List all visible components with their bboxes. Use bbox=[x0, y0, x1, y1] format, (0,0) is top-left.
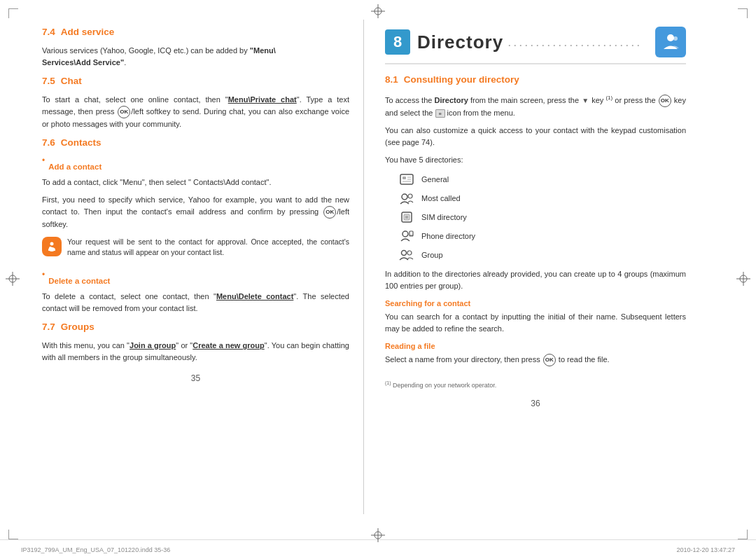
page-number-35: 35 bbox=[42, 373, 349, 383]
left-page: 7.4 Add service Various services (Yahoo,… bbox=[21, 20, 364, 514]
footnote: (1) Depending on your network operator. bbox=[385, 380, 686, 389]
bullet-add-contact-label: Add a contact bbox=[48, 163, 102, 171]
crosshair-right bbox=[736, 272, 750, 287]
section-81-body4: In addition to the directories already p… bbox=[385, 268, 686, 292]
section-81-body2: You can also customize a quick access to… bbox=[385, 125, 686, 149]
directory-list: General Most called bbox=[385, 172, 686, 263]
dir-item-group: Group bbox=[399, 247, 686, 263]
svg-rect-18 bbox=[402, 177, 406, 179]
section-75-title: Chat bbox=[61, 76, 82, 86]
dir-icon-phone bbox=[399, 228, 414, 244]
section-76: 7.6 Contacts • Add a contact To add a co… bbox=[42, 137, 349, 315]
right-page: 8 Directory ........................ bbox=[364, 20, 707, 514]
page-container: 7.4 Add service Various services (Yahoo,… bbox=[0, 0, 756, 559]
corner-mark-tl bbox=[8, 8, 18, 18]
section-75-body: To start a chat, select one online conta… bbox=[42, 94, 349, 130]
section-74-number: 7.4 bbox=[42, 27, 55, 37]
add-contact-body2: First, you need to specify which service… bbox=[42, 194, 349, 230]
section-77-number: 7.7 bbox=[42, 322, 55, 332]
dir-item-most-called: Most called bbox=[399, 191, 686, 206]
main-content: 7.4 Add service Various services (Yahoo,… bbox=[0, 0, 756, 539]
search-heading: Searching for a contact bbox=[385, 299, 470, 308]
chapter-8-header: 8 Directory ........................ bbox=[385, 27, 686, 64]
search-body: You can search for a contact by inputtin… bbox=[385, 311, 686, 335]
svg-point-27 bbox=[402, 231, 408, 237]
reading-heading: Reading a file bbox=[385, 342, 435, 350]
svg-rect-26 bbox=[405, 216, 408, 219]
section-76-number: 7.6 bbox=[42, 137, 55, 148]
footnote-num: (1) bbox=[385, 380, 391, 385]
dir-label-most-called: Most called bbox=[421, 194, 461, 202]
section-75: 7.5 Chat To start a chat, select one onl… bbox=[42, 76, 349, 130]
note-icon bbox=[42, 237, 62, 256]
dir-icon-group bbox=[399, 247, 414, 263]
dir-label-group: Group bbox=[421, 251, 443, 259]
section-81-body3: You have 5 directories: bbox=[385, 154, 686, 166]
bullet-add-contact: • Add a contact bbox=[42, 156, 349, 174]
dir-item-sim: SIM directory bbox=[399, 209, 686, 225]
section-76-title: Contacts bbox=[61, 137, 102, 148]
section-77-title: Groups bbox=[61, 322, 94, 332]
svg-point-15 bbox=[667, 34, 674, 41]
bullet-dot2: • bbox=[42, 270, 45, 280]
section-74-title: Add service bbox=[61, 27, 115, 37]
dir-icon-general bbox=[399, 172, 414, 187]
directory-icon bbox=[655, 27, 686, 57]
svg-point-31 bbox=[407, 251, 412, 255]
ok-button-inline2: OK bbox=[323, 206, 336, 219]
svg-point-12 bbox=[50, 242, 54, 245]
chapter-dots: ........................ bbox=[507, 35, 642, 50]
corner-mark-bl bbox=[8, 530, 18, 539]
svg-point-16 bbox=[673, 36, 678, 41]
chapter-icon bbox=[655, 27, 686, 57]
arrow-down-key: ▼ bbox=[582, 95, 589, 106]
crosshair-bottom bbox=[371, 528, 385, 544]
chapter-8-number: 8 bbox=[385, 29, 410, 55]
section-74-body: Various services (Yahoo, Google, ICQ etc… bbox=[42, 45, 349, 69]
note-box: Your request will be sent to the contact… bbox=[42, 237, 349, 265]
add-contact-body1: To add a contact, click "Menu", then sel… bbox=[42, 177, 349, 188]
crosshair-left bbox=[6, 272, 20, 287]
footer-right-text: 2010-12-20 13:47:27 bbox=[378, 546, 735, 553]
ok-key-read: OK bbox=[543, 354, 556, 366]
dir-label-general: General bbox=[421, 175, 449, 184]
section-81-title: Consulting your directory bbox=[404, 74, 519, 85]
dir-item-general: General bbox=[399, 172, 686, 187]
menu-icon: ≡ bbox=[435, 109, 445, 118]
dir-label-sim: SIM directory bbox=[421, 213, 467, 221]
section-81: 8.1 Consulting your directory To access … bbox=[385, 74, 686, 389]
corner-mark-br bbox=[738, 530, 748, 539]
dir-icon-sim bbox=[399, 209, 414, 225]
dir-item-phone: Phone directory bbox=[399, 228, 686, 244]
dir-icon-most-called bbox=[399, 191, 414, 206]
footer-left-text: IP3192_799A_UM_Eng_USA_07_101220.indd 35… bbox=[21, 546, 378, 553]
note-text: Your request will be sent to the contact… bbox=[67, 237, 349, 259]
ok-button-inline: OK bbox=[118, 106, 130, 118]
section-74: 7.4 Add service Various services (Yahoo,… bbox=[42, 27, 349, 69]
ok-key-inline: OK bbox=[659, 95, 671, 107]
bullet-delete-contact-label: Delete a contact bbox=[48, 277, 110, 285]
footnote-text: Depending on your network operator. bbox=[393, 382, 496, 389]
svg-rect-17 bbox=[400, 174, 413, 184]
bullet-dot: • bbox=[42, 156, 45, 165]
reading-body: Select a name from your directory, then … bbox=[385, 354, 686, 366]
svg-point-23 bbox=[408, 194, 412, 198]
page-number-36: 36 bbox=[385, 399, 686, 408]
svg-point-30 bbox=[402, 250, 407, 255]
section-75-number: 7.5 bbox=[42, 76, 55, 86]
section-77-body: With this menu, you can "Join a group" o… bbox=[42, 340, 349, 364]
section-77: 7.7 Groups With this menu, you can "Join… bbox=[42, 322, 349, 364]
dir-label-phone: Phone directory bbox=[421, 232, 475, 240]
chapter-title: Directory bbox=[417, 32, 503, 53]
crosshair-top bbox=[371, 4, 385, 20]
svg-point-22 bbox=[402, 194, 407, 200]
delete-contact-body: To delete a contact, select one contact,… bbox=[42, 291, 349, 315]
section-81-number: 8.1 bbox=[385, 74, 398, 85]
section-81-body1: To access the Directory from the main sc… bbox=[385, 94, 686, 119]
corner-mark-tr bbox=[738, 8, 748, 18]
bullet-delete-contact: • Delete a contact bbox=[42, 270, 349, 289]
